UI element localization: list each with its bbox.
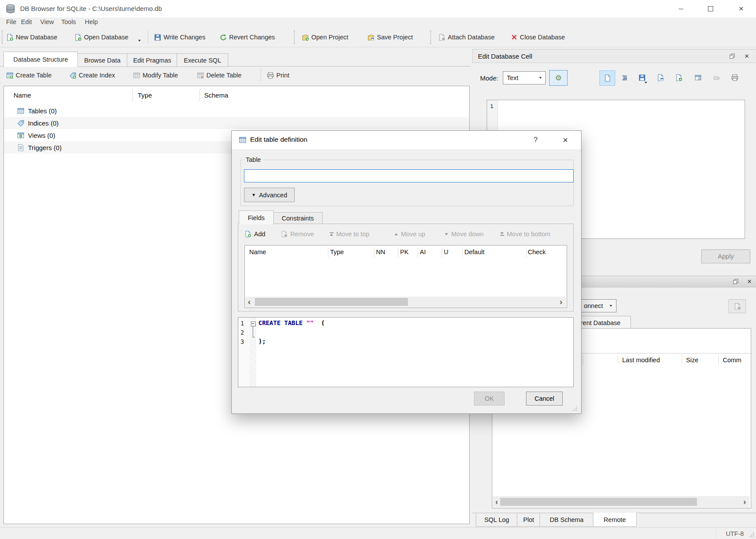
remote-clone-button[interactable] — [728, 299, 746, 313]
open-project-button[interactable]: Open Project — [302, 32, 348, 43]
move-to-bottom-button[interactable]: Move to bottom — [500, 228, 550, 240]
close-database-button[interactable]: Close Database — [511, 32, 565, 43]
fields-table[interactable]: Name Type NN PK AI U Default Check ‹ › — [244, 245, 567, 308]
import-icon — [657, 74, 664, 81]
cell-import-button[interactable] — [653, 70, 668, 85]
scroll-left-icon[interactable]: ‹ — [248, 298, 251, 306]
app-icon — [6, 4, 15, 14]
open-project-icon — [302, 34, 309, 41]
float-panel-button[interactable] — [729, 276, 742, 287]
remove-field-button[interactable]: Remove — [281, 228, 314, 240]
tab-database-structure[interactable]: Database Structure — [3, 52, 78, 67]
cell-open-in-window-button[interactable] — [690, 70, 705, 85]
move-down-button[interactable]: Move down — [444, 228, 484, 240]
tree-col-schema[interactable]: Schema — [204, 91, 228, 99]
col-size[interactable]: Size — [686, 357, 698, 364]
move-to-top-button[interactable]: Move to top — [329, 228, 369, 240]
col-u[interactable]: U — [444, 248, 448, 256]
scroll-right-icon[interactable]: › — [743, 498, 746, 506]
open-database-button[interactable]: Open Database — [74, 32, 129, 43]
tab-fields[interactable]: Fields — [239, 210, 274, 224]
cell-wordwrap-button[interactable] — [617, 70, 632, 85]
col-last-modified[interactable]: Last modified — [622, 357, 660, 364]
tab-edit-pragmas[interactable]: Edit Pragmas — [127, 53, 178, 67]
col-default[interactable]: Default — [464, 248, 484, 256]
col-commit[interactable]: Comm — [723, 357, 742, 364]
add-field-button[interactable]: Add — [244, 228, 265, 240]
write-changes-button[interactable]: Write Changes — [154, 32, 206, 43]
cell-text-mode-button[interactable] — [599, 70, 615, 86]
print-button[interactable]: Print — [267, 69, 289, 81]
menu-edit[interactable]: Edit — [21, 18, 32, 25]
menu-file[interactable]: File — [6, 18, 16, 25]
tab-constraints[interactable]: Constraints — [273, 212, 323, 224]
open-database-dropdown-arrow[interactable] — [138, 40, 141, 42]
cell-null-button[interactable] — [709, 70, 724, 85]
delete-table-icon — [197, 72, 204, 79]
scroll-left-icon[interactable]: ‹ — [495, 498, 498, 506]
fold-marker-icon[interactable] — [251, 322, 256, 326]
cell-save-button[interactable] — [634, 70, 649, 85]
float-panel-button[interactable] — [725, 49, 739, 63]
col-pk[interactable]: PK — [400, 248, 408, 256]
tab-current-database[interactable]: rent Database — [580, 316, 631, 329]
col-name[interactable]: Name — [249, 248, 266, 256]
ok-button[interactable]: OK — [474, 392, 505, 406]
maximize-button[interactable] — [700, 0, 721, 18]
scroll-right-icon[interactable]: › — [560, 298, 562, 306]
new-database-button[interactable]: New Database — [6, 32, 57, 43]
create-table-button[interactable]: Create Table — [6, 69, 52, 81]
tree-row-indices[interactable]: Indices (0) — [4, 117, 469, 129]
col-ai[interactable]: AI — [420, 248, 426, 256]
col-nn[interactable]: NN — [376, 248, 385, 256]
close-button[interactable]: ✕ — [731, 0, 751, 18]
dialog-resize-grip-icon[interactable] — [572, 406, 578, 412]
tab-sql-log[interactable]: SQL Log — [476, 513, 518, 527]
tab-browse-data[interactable]: Browse Data — [77, 53, 128, 67]
scrollbar-thumb[interactable] — [255, 298, 408, 306]
resize-grip-icon[interactable] — [749, 532, 755, 538]
tab-remote[interactable]: Remote — [593, 513, 637, 527]
tree-col-type[interactable]: Type — [138, 91, 152, 99]
move-up-button[interactable]: Move up — [394, 228, 425, 240]
close-panel-button[interactable]: ✕ — [743, 276, 756, 287]
attach-database-button[interactable]: Attach Database — [438, 32, 495, 43]
col-check[interactable]: Check — [528, 248, 546, 256]
tab-execute-sql[interactable]: Execute SQL — [177, 53, 228, 67]
col-type[interactable]: Type — [330, 248, 344, 256]
create-index-button[interactable]: Create Index — [69, 69, 115, 81]
apply-button[interactable]: Apply — [701, 249, 750, 263]
menu-help[interactable]: Help — [85, 18, 98, 25]
tree-header-divider — [132, 89, 133, 102]
toolbar-handle[interactable] — [430, 30, 431, 44]
tree-row-tables[interactable]: Tables (0) — [4, 105, 469, 117]
dialog-titlebar[interactable]: Edit table definition ? ✕ — [232, 131, 581, 149]
toolbar-handle[interactable] — [294, 30, 295, 44]
delete-table-button[interactable]: Delete Table — [197, 69, 241, 81]
toolbar-handle[interactable] — [2, 30, 3, 44]
advanced-toggle-button[interactable]: ▼ Advanced — [244, 188, 295, 202]
dialog-help-button[interactable]: ? — [529, 131, 542, 149]
encoding-indicator[interactable]: UTF-8 — [726, 530, 744, 537]
dialog-close-button[interactable]: ✕ — [559, 131, 572, 149]
menu-view[interactable]: View — [40, 18, 54, 25]
minimize-button[interactable] — [671, 0, 691, 18]
tree-col-name[interactable]: Name — [14, 91, 31, 99]
menu-tools[interactable]: Tools — [61, 18, 76, 25]
save-project-button[interactable]: Save Project — [367, 32, 413, 43]
mode-select[interactable]: Text — [503, 71, 546, 84]
revert-changes-button[interactable]: Revert Changes — [219, 32, 275, 43]
cell-print-button[interactable] — [727, 70, 742, 85]
table-name-input[interactable] — [244, 169, 574, 182]
scrollbar-thumb[interactable] — [500, 498, 697, 506]
horizontal-scrollbar[interactable]: ‹ › — [493, 496, 749, 508]
horizontal-scrollbar[interactable]: ‹ › — [245, 297, 566, 307]
tab-plot[interactable]: Plot — [517, 513, 540, 527]
tables-icon — [17, 107, 24, 115]
cell-settings-button[interactable]: ⚙ — [549, 70, 568, 86]
close-panel-button[interactable]: ✕ — [740, 49, 753, 63]
modify-table-button[interactable]: Modify Table — [133, 69, 178, 81]
cancel-button[interactable]: Cancel — [526, 392, 563, 406]
cell-export-button[interactable] — [671, 70, 686, 85]
tab-db-schema[interactable]: DB Schema — [540, 513, 594, 527]
